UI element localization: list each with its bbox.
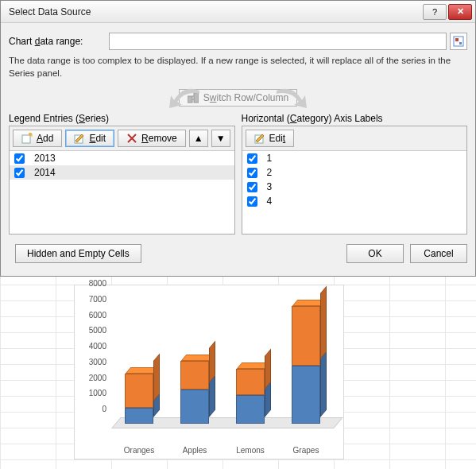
y-tick-label: 8000	[89, 279, 106, 288]
edit-icon	[254, 133, 265, 144]
category-row[interactable]: 4	[242, 194, 467, 208]
x-tick-label: Oranges	[111, 446, 167, 457]
chart-data-range-row: Chart data range:	[9, 33, 467, 50]
series-label: 2014	[34, 167, 56, 178]
close-button[interactable]: ✕	[448, 4, 472, 20]
chart-plot-area	[111, 292, 334, 428]
category-row[interactable]: 3	[242, 180, 467, 194]
dialog-title: Select Data Source	[9, 6, 421, 17]
y-tick-label: 2000	[89, 373, 106, 382]
range-note: The data range is too complex to be disp…	[9, 55, 467, 79]
series-checkbox[interactable]	[14, 168, 25, 178]
remove-button[interactable]: Remove	[118, 130, 186, 147]
move-up-button[interactable]: ▲	[189, 130, 208, 147]
svg-rect-5	[22, 135, 30, 143]
svg-point-6	[29, 133, 32, 136]
hidden-empty-cells-button[interactable]: Hidden and Empty Cells	[15, 244, 141, 263]
triangle-up-icon: ▲	[194, 133, 203, 144]
range-picker-button[interactable]	[450, 33, 467, 50]
category-toolbar: Edit	[242, 126, 467, 151]
chart-bar	[292, 359, 320, 417]
category-axis-heading: Horizontal (Category) Axis Labels	[242, 113, 468, 124]
y-tick-label: 7000	[89, 294, 106, 303]
arrow-left-icon	[168, 86, 203, 110]
legend-entries-column: Legend Entries (Series) Add Edit	[9, 113, 235, 234]
x-tick-label: Apples	[167, 446, 223, 457]
svg-rect-1	[455, 38, 459, 41]
add-icon	[21, 133, 33, 144]
edit-icon	[74, 133, 85, 144]
move-down-button[interactable]: ▼	[211, 130, 230, 147]
legend-entries-heading: Legend Entries (Series)	[9, 113, 235, 124]
add-button[interactable]: Add	[13, 130, 62, 147]
category-checkbox[interactable]	[247, 153, 257, 164]
cancel-button[interactable]: Cancel	[410, 244, 467, 263]
chart-bar	[236, 362, 265, 390]
dialog-body: Chart data range: The data range is too …	[1, 23, 475, 271]
series-row[interactable]: 2013	[10, 151, 234, 165]
category-checkbox[interactable]	[247, 196, 257, 207]
series-label: 2013	[34, 153, 56, 164]
y-tick-label: 3000	[89, 357, 106, 366]
x-tick-label: Grapes	[278, 446, 334, 457]
series-row[interactable]: 2014	[10, 165, 234, 180]
y-tick-label: 5000	[89, 326, 106, 335]
y-tick-label: 6000	[89, 310, 106, 319]
chart-data-range-input[interactable]	[109, 33, 447, 50]
chart-bar	[180, 355, 209, 383]
chart-bar	[125, 367, 153, 401]
x-axis-labels: OrangesApplesLemonsGrapes	[111, 446, 334, 457]
select-data-source-dialog: Select Data Source ? ✕ Chart data range:…	[0, 0, 476, 277]
category-label: 2	[267, 167, 273, 178]
category-row[interactable]: 2	[242, 165, 467, 180]
chart-data-range-label: Chart data range:	[9, 36, 109, 47]
arrow-right-icon	[273, 86, 308, 110]
columns: Legend Entries (Series) Add Edit	[9, 113, 467, 234]
legend-toolbar: Add Edit Remove ▲ ▼	[10, 126, 234, 151]
switch-row: Switch Row/Column	[9, 84, 467, 111]
chart-bar	[292, 300, 320, 359]
x-tick-label: Lemons	[223, 446, 278, 457]
range-picker-icon	[453, 36, 464, 47]
remove-icon	[126, 133, 137, 144]
series-list[interactable]: 20132014	[10, 151, 234, 234]
category-checkbox[interactable]	[247, 182, 257, 192]
edit-series-button[interactable]: Edit	[65, 130, 114, 147]
y-tick-label: 1000	[89, 389, 106, 397]
series-checkbox[interactable]	[14, 153, 25, 164]
dialog-bottom-row: Hidden and Empty Cells OK Cancel	[9, 244, 467, 263]
close-icon: ✕	[457, 6, 464, 17]
category-label: 1	[267, 153, 273, 164]
y-tick-label: 4000	[89, 342, 106, 351]
category-axis-column: Horizontal (Category) Axis Labels Edit 1…	[242, 113, 468, 234]
category-checkbox[interactable]	[247, 168, 257, 178]
ok-button[interactable]: OK	[346, 244, 404, 263]
embedded-chart[interactable]: 010002000300040005000600070008000 Orange…	[74, 285, 344, 459]
svg-rect-2	[459, 42, 462, 45]
edit-category-button[interactable]: Edit	[246, 130, 295, 147]
category-list[interactable]: 1234	[242, 151, 467, 234]
triangle-down-icon: ▼	[216, 133, 226, 144]
y-tick-label: 0	[102, 405, 106, 413]
y-axis-ticks: 010002000300040005000600070008000	[75, 292, 110, 428]
category-label: 4	[267, 196, 273, 207]
help-button[interactable]: ?	[423, 4, 447, 20]
titlebar: Select Data Source ? ✕	[1, 1, 475, 23]
category-label: 3	[267, 181, 273, 192]
legend-entries-panel: Add Edit Remove ▲ ▼ 20132014	[9, 126, 235, 234]
category-axis-panel: Edit 1234	[242, 126, 468, 234]
category-row[interactable]: 1	[242, 151, 467, 165]
worksheet-area: 010002000300040005000600070008000 Orange…	[0, 277, 476, 469]
